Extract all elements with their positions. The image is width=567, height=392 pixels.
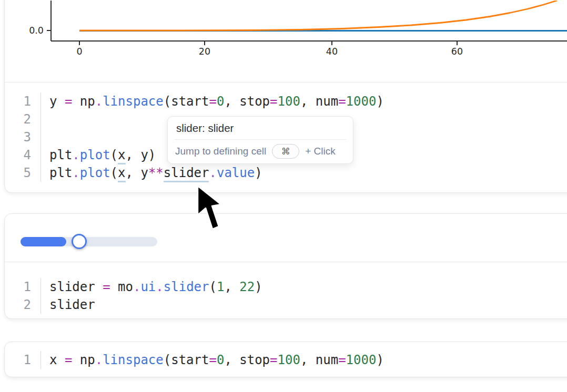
code-token: np	[72, 353, 95, 367]
code-token: =	[65, 94, 72, 109]
code-token: 22	[239, 280, 255, 294]
chart-output: 02040600.0	[5, 1, 567, 82]
code-token: )	[376, 94, 383, 109]
code-token: .	[72, 166, 79, 180]
code-text: x = np.linspace(start=0, stop=100, num=1…	[40, 351, 567, 369]
line-number: 2	[5, 296, 40, 314]
code-token: 0	[217, 353, 224, 367]
notebook-cell-slider: 1slider = mo.ui.slider(1, 22)2slider	[4, 213, 567, 319]
code-token: .	[95, 94, 103, 109]
code-token: )	[255, 166, 262, 180]
code-token: 1000	[346, 94, 377, 109]
code-token: slider	[49, 297, 95, 312]
code-token: mo	[110, 280, 133, 294]
code-token: =	[338, 353, 346, 367]
code-token: =	[270, 353, 277, 367]
code-token: .	[209, 166, 216, 180]
code-token: plt	[49, 148, 72, 162]
svg-text:0.0: 0.0	[29, 25, 44, 36]
line-number: 1	[5, 278, 40, 296]
code-token: slider	[164, 280, 209, 294]
code-token: linspace	[103, 353, 164, 367]
code-token: , num	[300, 353, 338, 367]
linked-variable[interactable]: slider	[164, 166, 209, 182]
code-token: 1	[217, 280, 224, 294]
code-token: y	[49, 94, 65, 109]
code-token: , stop	[224, 353, 270, 367]
code-token: linspace	[103, 94, 164, 109]
svg-text:60: 60	[451, 46, 463, 57]
code-token: np	[72, 94, 95, 109]
code-token: =	[338, 94, 346, 109]
code-token: ,	[224, 280, 239, 294]
code-text: slider	[40, 296, 567, 314]
code-token: 0	[217, 94, 224, 109]
code-token: (	[110, 148, 118, 162]
code-text: y = np.linspace(start=0, stop=100, num=1…	[40, 92, 567, 110]
code-token: =	[209, 353, 216, 367]
code-token: )	[376, 353, 383, 367]
code-token: (start	[164, 353, 209, 367]
variable-tooltip: slider: slider Jump to defining cell ⌘ +…	[167, 116, 353, 164]
code-token: , stop	[224, 94, 270, 109]
line-number: 1	[5, 92, 40, 110]
mouse-cursor-icon	[196, 184, 224, 233]
code-token: =	[270, 94, 277, 109]
tooltip-hint-row: Jump to defining cell ⌘ + Click	[168, 140, 353, 163]
code-token: .	[156, 280, 163, 294]
line-number: 2	[5, 110, 40, 128]
line-number: 1	[5, 351, 40, 369]
code-editor-slider[interactable]: 1slider = mo.ui.slider(1, 22)2slider	[5, 262, 567, 314]
code-token: (start	[164, 94, 209, 109]
matplotlib-chart-canvas: 02040600.0	[5, 1, 567, 82]
code-token: x	[49, 353, 65, 367]
code-token: 100	[278, 353, 300, 367]
code-token: )	[255, 280, 262, 294]
code-line[interactable]: 1y = np.linspace(start=0, stop=100, num=…	[5, 92, 567, 110]
code-token: .	[95, 353, 103, 367]
code-token: **	[148, 166, 164, 180]
code-text: slider = mo.ui.slider(1, 22)	[40, 278, 567, 296]
svg-text:40: 40	[326, 46, 338, 57]
slider-fill	[21, 237, 66, 246]
jump-to-cell-label: Jump to defining cell	[175, 146, 266, 157]
line-number: 4	[5, 146, 40, 164]
slider-track[interactable]	[21, 237, 157, 246]
linked-variable[interactable]: x	[118, 166, 125, 182]
code-token: ui	[140, 280, 156, 294]
code-text: plt.plot(x, y**slider.value)	[40, 164, 567, 182]
command-key-pill: ⌘	[272, 144, 299, 159]
code-token: =	[103, 280, 110, 294]
code-token: =	[209, 94, 216, 109]
code-token: plot	[80, 148, 110, 162]
code-token: 1000	[346, 353, 377, 367]
slider-output	[5, 214, 567, 262]
code-token: .	[72, 148, 79, 162]
code-token: , num	[300, 94, 338, 109]
code-editor-x[interactable]: 1x = np.linspace(start=0, stop=100, num=…	[5, 342, 567, 369]
code-token: plot	[80, 166, 110, 180]
code-line[interactable]: 2slider	[5, 296, 567, 314]
code-token: =	[65, 353, 72, 367]
code-token: (	[110, 166, 118, 180]
code-line[interactable]: 1x = np.linspace(start=0, stop=100, num=…	[5, 351, 567, 369]
code-token: (	[209, 280, 216, 294]
code-token: , y)	[126, 148, 156, 162]
line-number: 5	[5, 164, 40, 182]
svg-text:20: 20	[199, 46, 210, 57]
code-token: .	[133, 280, 140, 294]
code-token: , y	[126, 166, 148, 180]
code-token: plt	[49, 166, 72, 180]
code-line[interactable]: 1slider = mo.ui.slider(1, 22)	[5, 278, 567, 296]
code-token: slider	[49, 280, 103, 294]
code-line[interactable]: 5plt.plot(x, y**slider.value)	[5, 164, 567, 182]
code-token: value	[217, 166, 255, 180]
tooltip-variable-name: slider: slider	[168, 117, 353, 139]
svg-text:0: 0	[76, 46, 82, 57]
line-number: 3	[5, 128, 40, 146]
linked-variable[interactable]: x	[118, 148, 125, 164]
slider-handle[interactable]	[72, 234, 87, 249]
plus-click-label: + Click	[305, 146, 336, 157]
notebook-cell-x: 1x = np.linspace(start=0, stop=100, num=…	[4, 342, 567, 377]
code-token: 100	[278, 94, 300, 109]
